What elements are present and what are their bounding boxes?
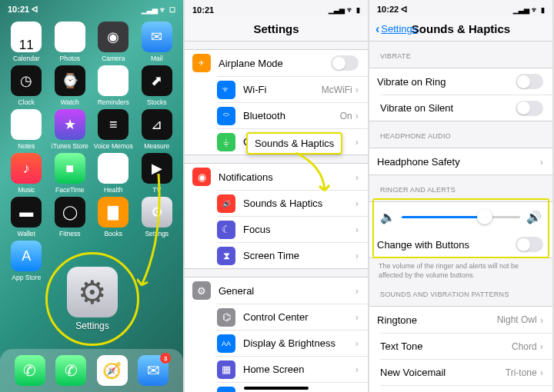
app-label: FaceTime [55, 186, 84, 194]
settings-row[interactable]: ✈︎Airplane Mode [185, 50, 368, 76]
app-fitness[interactable]: ◯Fitness [50, 197, 91, 238]
app-voice[interactable]: ≡Voice Memos [93, 109, 134, 150]
row-label: Screen Time [243, 250, 355, 261]
row-vibrate-ring[interactable]: Vibrate on Ring [369, 68, 552, 95]
row-icon: ⌔ [217, 107, 235, 125]
appstore-icon: A [11, 241, 42, 271]
toggle[interactable] [331, 55, 359, 71]
stocks-icon: ⬈ [142, 65, 172, 96]
section-header-sounds-patterns: SOUNDS AND VIBRATION PATTERNS [380, 291, 552, 298]
app-notes[interactable]: ▭Notes [6, 109, 47, 150]
status-icons: ▁▃▅ ᯤ ☐ [142, 6, 175, 14]
app-cal[interactable]: TUE11Calendar [6, 22, 47, 62]
safari-app-icon[interactable]: 🧭 [97, 355, 128, 386]
app-mail[interactable]: ✉Mail [137, 22, 178, 62]
app-wallet[interactable]: ▬Wallet [6, 197, 47, 238]
status-time: 10:21 ᐊ [8, 5, 38, 15]
row-label: Wi-Fi [243, 84, 322, 95]
chevron-right-icon: › [355, 311, 359, 323]
settings-list: ✈︎Airplane ModeᯤWi-FiMcWiFi›⌔BluetoothOn… [185, 42, 368, 392]
row-icon: ⌬ [217, 308, 235, 327]
app-watch[interactable]: ⌚Watch [50, 65, 91, 106]
dock: ✆ ✆ 🧭 ✉3 [0, 349, 183, 392]
status-time: 10:22 ᐊ [377, 5, 407, 15]
app-itunes[interactable]: ★iTunes Store [50, 109, 91, 150]
settings-row[interactable]: ◉Notifications› [185, 164, 368, 190]
itunes-icon: ★ [55, 109, 85, 140]
settings-row[interactable]: ⧗Screen Time› [217, 242, 368, 268]
app-appstore[interactable]: AApp Store [6, 241, 47, 284]
row-change-with-buttons[interactable]: Change with Buttons [369, 231, 552, 257]
row-label: Display & Brightness [243, 337, 355, 349]
app-clock[interactable]: ◷Clock [6, 65, 47, 106]
app-stocks[interactable]: ⬈Stocks [137, 65, 178, 106]
measure-icon: ⊿ [142, 109, 172, 140]
app-books[interactable]: ▇Books [93, 197, 134, 238]
chevron-right-icon: › [540, 367, 543, 378]
toggle[interactable] [516, 237, 543, 252]
sound-row[interactable]: Text ToneChord› [380, 333, 552, 359]
app-music[interactable]: ♪Music [6, 153, 47, 194]
app-measure[interactable]: ⊿Measure [137, 109, 178, 150]
wifi-icon: ᯤ [532, 6, 539, 14]
toggle[interactable] [516, 74, 543, 89]
toggle[interactable] [516, 101, 543, 116]
row-headphone-safety[interactable]: Headphone Safety › [369, 148, 552, 174]
row-volume-slider: 🔈 🔊 [369, 202, 552, 231]
app-label: Voice Memos [94, 142, 133, 150]
phone-sounds-haptics: 10:22 ᐊ ▁▃▅ ᯤ ▮ ‹Settings Sounds & Hapti… [369, 0, 554, 392]
chevron-right-icon: › [355, 285, 359, 297]
sound-row[interactable]: New MailChord› [380, 385, 552, 392]
row-vibrate-silent[interactable]: Vibrate on Silent [380, 95, 552, 121]
battery-icon: ▮ [356, 6, 360, 14]
settings-row[interactable]: ᯤWi-FiMcWiFi› [217, 76, 368, 102]
health-icon: ♥ [98, 153, 128, 184]
mail-app-icon[interactable]: ✉3 [138, 355, 169, 386]
chevron-right-icon: › [355, 337, 359, 349]
home-indicator[interactable] [244, 387, 309, 390]
facetime-icon: ■ [55, 153, 85, 184]
chevron-right-icon: › [355, 84, 359, 95]
app-health[interactable]: ♥Health [93, 153, 134, 194]
settings-group: ◉Notifications›🔊Sounds & Haptics›☾Focus›… [185, 163, 368, 269]
row-label: Text Tone [380, 341, 512, 352]
chevron-right-icon: › [355, 136, 359, 148]
settings-row[interactable]: ☾Focus› [217, 216, 368, 242]
speaker-low-icon: 🔈 [380, 210, 395, 224]
settings-row[interactable]: ▦Home Screen› [217, 356, 368, 382]
settings-list: VIBRATE Vibrate on Ring Vibrate on Silen… [369, 42, 552, 392]
row-label: General [219, 285, 355, 297]
wifi-icon: ᯤ [347, 6, 354, 14]
row-label: Airplane Mode [219, 58, 331, 69]
sound-row[interactable]: RingtoneNight Owl› [369, 307, 552, 333]
volume-slider[interactable] [402, 216, 520, 218]
row-icon: ▦ [217, 360, 235, 379]
phone-app-icon[interactable]: ✆ [15, 355, 45, 386]
nav-bar: ‹Settings Sounds & Haptics [369, 17, 552, 42]
settings-row[interactable]: ⚙General› [185, 277, 368, 304]
settings-row[interactable]: ⌬Control Center› [217, 304, 368, 330]
camera-icon: ◉ [98, 22, 128, 52]
phone-app-icon[interactable]: ✆ [55, 355, 86, 386]
section-header-ringer: RINGER AND ALERTS [380, 186, 552, 194]
app-facetime[interactable]: ■FaceTime [50, 153, 91, 194]
app-photos[interactable]: ✿Photos [50, 22, 91, 62]
app-camera[interactable]: ◉Camera [93, 22, 134, 62]
page-title: Sounds & Haptics [412, 22, 510, 35]
photos-icon: ✿ [55, 22, 85, 52]
settings-row[interactable]: ⌔BluetoothOn› [217, 102, 368, 128]
row-value: On [340, 111, 352, 121]
row-icon: ☾ [217, 221, 235, 239]
section-header-vibrate: VIBRATE [380, 52, 552, 60]
row-icon: ◉ [192, 168, 211, 186]
chevron-right-icon: › [540, 156, 543, 168]
back-button[interactable]: ‹Settings [375, 22, 417, 36]
row-label: Sounds & Haptics [243, 198, 355, 209]
chevron-right-icon: › [355, 110, 359, 121]
signal-icon: ▁▃▅ [329, 6, 345, 14]
app-reminders[interactable]: ☰Reminders [93, 65, 134, 106]
settings-row[interactable]: AADisplay & Brightness› [217, 330, 368, 356]
chevron-right-icon: › [540, 341, 543, 352]
settings-icon[interactable]: ⚙ [67, 267, 118, 317]
sound-row[interactable]: New VoicemailTri-tone› [380, 359, 552, 385]
